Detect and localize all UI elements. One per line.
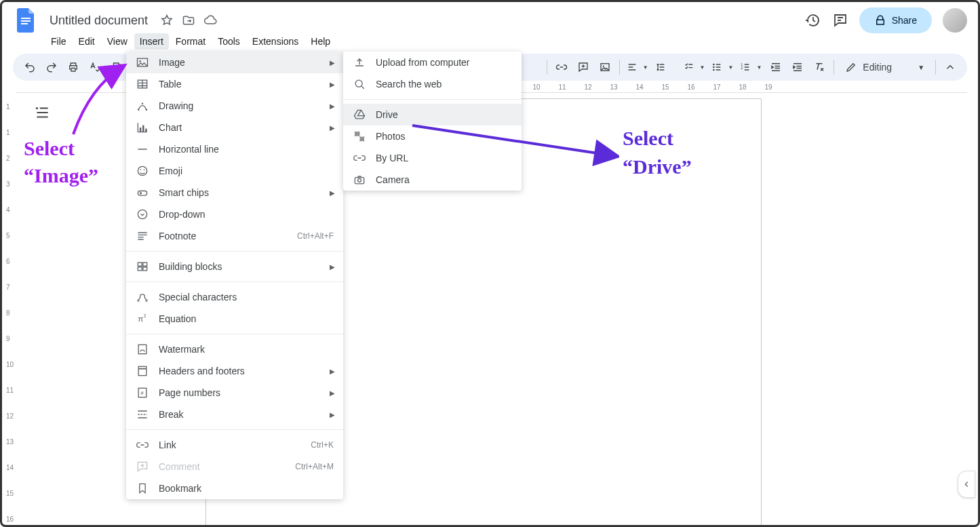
add-comment-button[interactable]: [573, 57, 593, 77]
menu-separator: [126, 281, 343, 282]
docs-logo[interactable]: [13, 7, 40, 34]
redo-icon: [45, 61, 58, 73]
editing-mode-button[interactable]: Editing ▼: [838, 61, 931, 73]
ruler-tick: 11: [6, 387, 14, 394]
version-history-icon[interactable]: [805, 12, 821, 28]
insert-menu-item-headers-and-footers[interactable]: Headers and footers▶: [126, 360, 343, 382]
share-button[interactable]: Share: [859, 7, 932, 33]
explore-button[interactable]: [958, 471, 975, 498]
collapse-toolbar-button[interactable]: [940, 57, 960, 77]
bulleted-list-button[interactable]: ▼: [709, 57, 736, 77]
svg-point-4: [602, 65, 604, 66]
ruler-tick: 16: [687, 83, 694, 91]
pagenum-icon: #: [136, 386, 149, 399]
svg-text:#: #: [141, 390, 144, 396]
ruler-tick: 17: [713, 83, 720, 91]
submenu-arrow-icon: ▶: [330, 189, 335, 197]
image-submenu-item-camera[interactable]: Camera: [343, 169, 522, 191]
svg-rect-2: [21, 23, 28, 24]
svg-point-10: [36, 107, 38, 109]
menu-item-label: Page numbers: [159, 387, 220, 398]
avatar[interactable]: [943, 8, 967, 33]
insert-menu-item-chart[interactable]: Chart▶: [126, 117, 343, 138]
ruler-tick: 12: [6, 412, 14, 420]
comment-plus-icon: [577, 61, 589, 73]
annotation-arrow-icon: [63, 60, 138, 141]
svg-point-5: [713, 64, 715, 66]
menu-item-label: Search the web: [376, 79, 442, 90]
insert-menu-item-footnote[interactable]: FootnoteCtrl+Alt+F: [126, 225, 343, 247]
insert-menu-item-watermark[interactable]: Watermark: [126, 338, 343, 360]
insert-menu-item-smart-chips[interactable]: Smart chips▶: [126, 182, 343, 203]
menu-insert[interactable]: Insert: [134, 33, 169, 50]
menu-tools[interactable]: Tools: [212, 33, 246, 50]
align-button[interactable]: ▼: [624, 57, 651, 77]
comments-icon[interactable]: [832, 12, 848, 28]
menu-help[interactable]: Help: [305, 33, 336, 50]
insert-menu-item-table[interactable]: Table▶: [126, 73, 343, 95]
toolbar-separator: [619, 60, 620, 75]
insert-menu-item-special-characters[interactable]: Special characters: [126, 286, 343, 308]
blocks-icon: [136, 260, 149, 273]
svg-text:2: 2: [144, 313, 146, 318]
insert-menu-item-drop-down[interactable]: Drop-down: [126, 203, 343, 225]
comment-icon: [136, 460, 149, 473]
menu-format[interactable]: Format: [170, 33, 211, 50]
menu-item-label: Drive: [376, 109, 398, 120]
insert-menu-item-break[interactable]: Break▶: [126, 404, 343, 425]
ruler-tick: 18: [739, 83, 746, 91]
insert-menu-item-emoji[interactable]: Emoji: [126, 160, 343, 182]
svg-point-24: [140, 192, 142, 194]
insert-menu-item-equation[interactable]: π2Equation: [126, 308, 343, 330]
image-submenu-item-upload-from-computer[interactable]: Upload from computer: [343, 52, 522, 73]
url-icon: [353, 151, 366, 165]
clear-formatting-button[interactable]: [809, 57, 829, 77]
spacing-icon: [655, 62, 666, 73]
ruler-tick: 11: [558, 83, 566, 91]
link-icon: [136, 438, 149, 452]
insert-menu-item-drawing[interactable]: Drawing▶: [126, 95, 343, 117]
redo-button[interactable]: [41, 57, 62, 77]
menu-view[interactable]: View: [102, 33, 133, 50]
insert-image-button[interactable]: [595, 57, 615, 77]
menu-item-label: Horizontal line: [159, 144, 219, 155]
menu-extensions[interactable]: Extensions: [247, 33, 304, 50]
undo-button[interactable]: [20, 57, 40, 77]
ruler-tick: 7: [6, 284, 10, 291]
svg-point-22: [144, 170, 145, 171]
insert-menu-item-bookmark[interactable]: Bookmark: [126, 477, 343, 499]
annotation-text: “Image”: [24, 163, 98, 188]
menu-item-label: Image: [159, 57, 185, 68]
numbered-list-button[interactable]: 12▼: [737, 57, 764, 77]
cloud-status-icon[interactable]: [203, 14, 217, 27]
star-icon[interactable]: [160, 14, 174, 27]
image-submenu-item-search-the-web[interactable]: Search the web: [343, 73, 522, 95]
menu-file[interactable]: File: [45, 33, 72, 50]
insert-menu-item-page-numbers[interactable]: #Page numbers▶: [126, 382, 343, 404]
document-title[interactable]: Untitled document: [45, 12, 152, 29]
bullet-icon: [711, 62, 722, 73]
clear-format-icon: [813, 61, 825, 73]
toolbar-separator: [547, 60, 547, 75]
drive-icon: [353, 108, 366, 121]
annotation-text: “Drive”: [623, 155, 692, 179]
chart-icon: [136, 121, 149, 134]
insert-menu-item-horizontal-line[interactable]: Horizontal line: [126, 138, 343, 160]
svg-rect-28: [138, 267, 142, 271]
line-spacing-button[interactable]: [652, 57, 680, 77]
insert-link-button[interactable]: [551, 57, 572, 77]
menu-edit[interactable]: Edit: [73, 33, 100, 50]
indent-icon: [791, 61, 804, 73]
menu-item-label: Drawing: [159, 100, 193, 111]
checklist-button[interactable]: ▼: [681, 57, 708, 77]
menu-item-label: Camera: [376, 174, 410, 185]
outline-button[interactable]: [33, 104, 51, 121]
image-icon: [136, 56, 149, 69]
insert-menu-item-building-blocks[interactable]: Building blocks▶: [126, 256, 343, 277]
pencil-icon: [845, 61, 857, 73]
insert-menu-item-link[interactable]: LinkCtrl+K: [126, 434, 343, 456]
increase-indent-button[interactable]: [787, 57, 808, 77]
move-icon[interactable]: [182, 14, 195, 27]
insert-menu-item-image[interactable]: Image▶: [126, 52, 343, 73]
decrease-indent-button[interactable]: [766, 57, 786, 77]
